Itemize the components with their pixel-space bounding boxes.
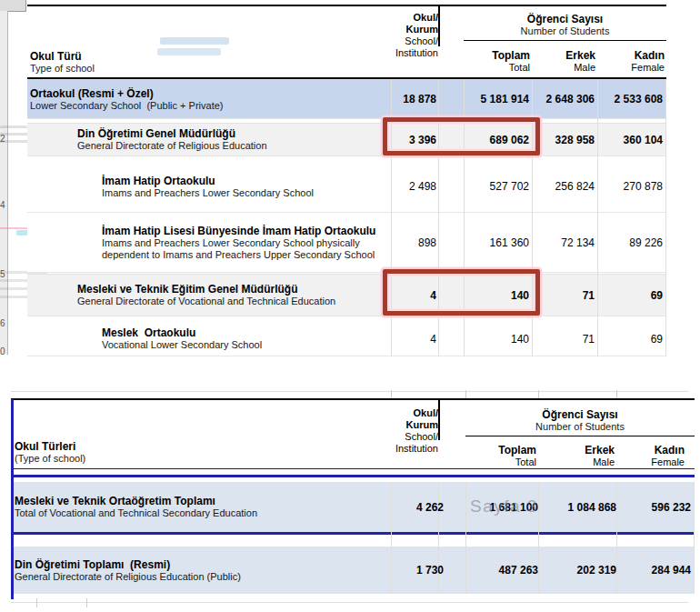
institution-column-header: Okul/ Kurum School/ Institution	[395, 407, 438, 455]
cell-institution: 3 396	[355, 124, 436, 156]
cell-institution: 1 730	[362, 547, 444, 594]
cell-female: 2 533 608	[597, 80, 663, 118]
total-column-header: Toplam Total	[464, 50, 530, 74]
cell-female: 284 944	[622, 547, 691, 594]
cell-female: 69	[597, 275, 663, 316]
male-header-tr: Erkek	[532, 50, 595, 62]
total-column-header: Toplam Total	[465, 445, 536, 468]
gridline-stub	[616, 390, 617, 398]
gridline	[11, 391, 688, 392]
cell-institution: 4	[355, 322, 436, 356]
students-header-tr: Öğrenci Sayısı	[464, 13, 666, 25]
institution-header-tr1: Okul/	[395, 407, 438, 419]
cell-male: 2 648 306	[533, 80, 595, 118]
gridline-stub	[465, 390, 466, 398]
cell-total: 140	[443, 322, 529, 356]
institution-header-en2: Institution	[395, 47, 438, 59]
male-header-en: Male	[538, 456, 615, 468]
name-header-en: Type of school	[30, 63, 95, 75]
cell-female: 360 104	[597, 124, 663, 156]
female-header-en: Female	[616, 456, 685, 468]
male-header-tr: Erkek	[538, 445, 615, 456]
cell-total: 527 702	[443, 161, 529, 212]
name-header-en: (Type of school)	[15, 453, 85, 465]
row-number-fragment: 2	[0, 134, 5, 144]
cell-male: 202 319	[544, 547, 616, 594]
table-row: İmam Hatip Ortaokulu Imams and Preachers…	[27, 161, 666, 213]
total-header-tr: Toplam	[465, 445, 536, 456]
header-divider-line	[438, 6, 440, 46]
table-row: Din Öğretimi Genel Müdürlüğü General Dir…	[27, 123, 666, 156]
column-gridline	[694, 482, 695, 594]
row-number-fragment: 6	[0, 318, 5, 328]
male-column-header: Erkek Male	[532, 50, 595, 74]
cell-total: 5 181 914	[443, 80, 529, 118]
table-row: Mesleki ve Teknik Ortaöğretim Toplamı To…	[11, 482, 695, 535]
gridline	[11, 602, 688, 603]
institution-header-en1: School/	[395, 431, 438, 443]
cell-female: 89 226	[597, 213, 663, 272]
cell-institution: 2 498	[355, 161, 436, 212]
students-group-header: Öğrenci Sayısı Number of Students	[464, 13, 666, 41]
column-gridline	[616, 482, 617, 594]
gridline-stub	[538, 390, 539, 398]
row-title-en: Total of Vocational and Technical Second…	[15, 507, 422, 519]
table-totals: Okul Türleri (Type of school) Okul/ Kuru…	[11, 398, 695, 594]
table-row: Din Öğretimi Toplamı (Resmi) General Dir…	[11, 547, 695, 594]
cell-total: 161 360	[443, 213, 529, 272]
row-title-tr: Mesleki ve Teknik Ortaöğretim Toplamı	[15, 495, 422, 507]
column-gridline	[438, 79, 439, 356]
gridline-stub	[36, 598, 37, 607]
row-title-en: General Directorate of Religious Educati…	[15, 571, 422, 583]
cell-total: 487 263	[447, 547, 538, 594]
female-column-header: Kadın Female	[597, 50, 665, 74]
table-row: Ortaokul (Resmi + Özel) Lower Secondary …	[27, 79, 666, 119]
name-header-tr: Okul Türleri	[15, 440, 85, 453]
institution-header-tr1: Okul/	[395, 12, 438, 24]
row-number-fragment: 0	[0, 346, 5, 356]
cell-male: 256 824	[533, 161, 595, 212]
navy-separator	[11, 475, 695, 477]
table1-rows: Ortaokul (Resmi + Özel) Lower Secondary …	[27, 79, 666, 356]
cell-total: 140	[443, 275, 529, 316]
female-header-en: Female	[597, 62, 665, 74]
female-header-tr: Kadın	[616, 445, 685, 456]
cell-female: 270 878	[597, 161, 663, 212]
cell-male: 71	[533, 275, 595, 316]
cell-female: 596 232	[622, 482, 691, 532]
gridline-stub	[86, 598, 87, 607]
students-header-en: Number of Students	[464, 25, 666, 37]
female-column-header: Kadın Female	[616, 445, 685, 468]
cell-institution: 18 878	[355, 80, 436, 118]
table2-name-header: Okul Türleri (Type of school)	[15, 440, 85, 465]
row-name-cell: Mesleki ve Teknik Ortaöğretim Toplamı To…	[15, 482, 422, 532]
column-gridline	[665, 79, 666, 356]
institution-header-tr2: Kurum	[395, 419, 438, 431]
column-gridline	[538, 482, 539, 594]
cell-institution: 4	[355, 275, 436, 316]
table1-header: Okul Türü Type of school Okul/ Kurum Sch…	[27, 5, 666, 79]
cell-male: 328 958	[533, 124, 595, 156]
table2-rows: Mesleki ve Teknik Ortaöğretim Toplamı To…	[11, 482, 695, 594]
name-header-tr: Okul Türü	[30, 50, 95, 63]
students-header-en: Number of Students	[465, 421, 695, 433]
table1-name-header: Okul Türü Type of school	[30, 50, 95, 75]
institution-header-en1: School/	[395, 35, 438, 47]
row-number-fragment: 5	[0, 269, 5, 279]
male-header-en: Male	[532, 62, 595, 74]
cell-institution: 898	[355, 213, 436, 272]
row-name-cell: Din Öğretimi Toplamı (Resmi) General Dir…	[15, 547, 422, 594]
table-row: İmam Hatip Lisesi Bünyesinde İmam Hatip …	[27, 213, 666, 273]
total-header-en: Total	[465, 456, 536, 468]
male-column-header: Erkek Male	[538, 445, 615, 468]
cell-institution: 4 262	[362, 482, 444, 532]
total-header-en: Total	[464, 62, 530, 74]
table2-left-border	[11, 399, 14, 599]
students-header-tr: Öğrenci Sayısı	[465, 408, 695, 421]
document-canvas: 2 4 5 6 0 Okul Türü Type of school Okul/…	[0, 0, 700, 612]
female-header-tr: Kadın	[597, 50, 665, 62]
cell-total: 1 681 100	[447, 482, 538, 532]
cell-female: 69	[597, 322, 663, 356]
cell-male: 72 134	[533, 213, 595, 272]
row-number-fragment: 4	[0, 200, 5, 210]
